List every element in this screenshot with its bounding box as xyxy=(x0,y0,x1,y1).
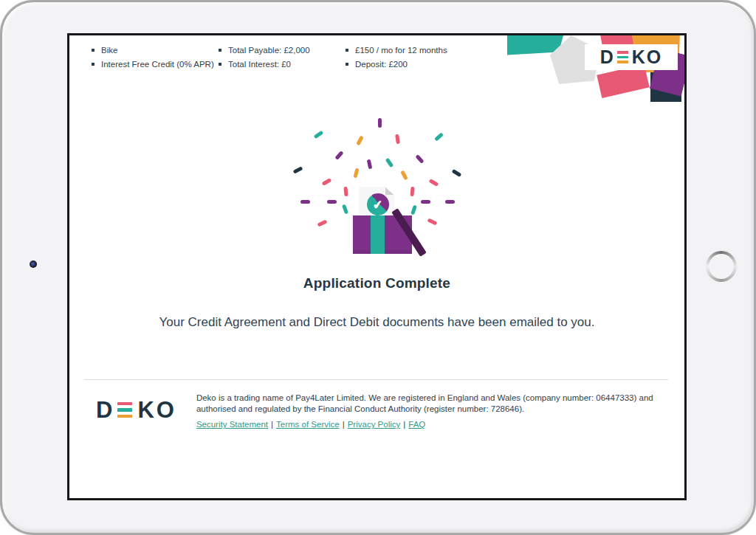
confetti-piece xyxy=(313,131,323,139)
summary-item-label: £150 / mo for 12 months xyxy=(355,46,447,55)
summary-item-label: Deposit: £200 xyxy=(355,60,408,69)
confetti-piece xyxy=(300,200,310,204)
bullet-icon xyxy=(219,63,221,66)
logo-letter-d: D xyxy=(96,398,114,421)
link-faq[interactable]: FAQ xyxy=(408,420,425,429)
summary-item-label: Interest Free Credit (0% APR) xyxy=(101,60,214,69)
summary-column-3: £150 / mo for 12 months Deposit: £200 xyxy=(346,46,447,74)
confetti-piece xyxy=(400,170,408,181)
summary-item: Deposit: £200 xyxy=(346,60,447,69)
link-separator: | xyxy=(271,420,273,429)
summary-column-1: Bike Interest Free Credit (0% APR) xyxy=(92,46,214,74)
link-security-statement[interactable]: Security Statement xyxy=(196,420,268,429)
confetti-piece xyxy=(433,132,443,141)
summary-item-label: Total Payable: £2,000 xyxy=(228,46,310,55)
page-title: Application Complete xyxy=(69,275,684,291)
bullet-icon xyxy=(346,49,348,52)
footer-deko-logo: D KO xyxy=(96,398,176,421)
confetti-piece xyxy=(353,168,359,179)
footer-links: Security Statement|Terms of Service|Priv… xyxy=(196,419,656,430)
summary-item: Total Interest: £0 xyxy=(219,60,310,69)
logo-letters-ko: KO xyxy=(632,48,663,66)
confetti-piece xyxy=(317,219,327,227)
logo-e-bars-icon xyxy=(617,51,628,63)
link-separator: | xyxy=(343,420,345,429)
confetti-piece xyxy=(385,158,394,168)
footer-text: Deko is a trading name of Pay4Later Limi… xyxy=(196,393,656,430)
summary-item: Bike xyxy=(92,46,214,55)
bullet-icon xyxy=(92,49,94,52)
logo-bar-pink xyxy=(617,51,628,54)
confetti-piece xyxy=(321,178,331,186)
footer: D KO Deko is a trading name of Pay4Later… xyxy=(84,379,668,430)
summary-item-label: Total Interest: £0 xyxy=(228,60,291,69)
page-message: Your Credit Agreement and Direct Debit d… xyxy=(69,315,684,330)
screen: Bike Interest Free Credit (0% APR) Total… xyxy=(67,33,687,500)
deko-logo-box: D KO xyxy=(585,44,678,70)
logo-bar-orange xyxy=(617,61,628,63)
confetti-piece xyxy=(428,179,439,187)
gift-ribbon-icon xyxy=(371,215,385,254)
bullet-icon xyxy=(346,63,348,66)
confetti-piece xyxy=(334,151,343,160)
logo-bar-teal xyxy=(117,408,132,412)
confetti-piece xyxy=(451,169,461,177)
bullet-icon xyxy=(219,49,221,52)
gift-illustration: ✔ xyxy=(281,119,473,270)
summary-column-2: Total Payable: £2,000 Total Interest: £0 xyxy=(219,46,310,74)
confetti-piece xyxy=(421,200,430,204)
deko-logo: D KO xyxy=(600,48,663,66)
summary-item: £150 / mo for 12 months xyxy=(346,46,447,55)
bullet-icon xyxy=(92,63,94,66)
logo-e-bars-icon xyxy=(117,402,132,418)
confetti-piece xyxy=(327,200,337,204)
confetti-piece xyxy=(410,187,414,196)
confetti-piece xyxy=(343,187,348,196)
confetti-piece xyxy=(395,134,400,145)
summary-item-label: Bike xyxy=(101,46,117,55)
check-icon: ✔ xyxy=(372,197,383,212)
front-camera-icon xyxy=(30,260,37,268)
logo-letters-ko: KO xyxy=(137,398,176,421)
link-terms-of-service[interactable]: Terms of Service xyxy=(276,420,340,429)
confetti-piece xyxy=(445,200,455,204)
confetti-piece xyxy=(415,154,424,164)
page: Bike Interest Free Credit (0% APR) Total… xyxy=(0,0,756,535)
paper-fold-icon xyxy=(385,187,394,195)
logo-letter-d: D xyxy=(600,48,615,66)
brand-corner-decoration: D KO xyxy=(504,35,684,118)
footer-legal-text: Deko is a trading name of Pay4Later Limi… xyxy=(196,393,656,415)
logo-bar-orange xyxy=(117,415,132,418)
logo-bar-pink xyxy=(117,402,132,406)
confetti-piece xyxy=(356,136,364,146)
confetti-piece xyxy=(292,166,303,174)
link-privacy-policy[interactable]: Privacy Policy xyxy=(348,420,401,429)
check-circle-icon: ✔ xyxy=(367,193,389,215)
summary-item: Total Payable: £2,000 xyxy=(219,46,310,55)
summary-item: Interest Free Credit (0% APR) xyxy=(92,60,214,69)
confetti-piece xyxy=(366,159,372,170)
confetti-piece xyxy=(410,205,417,215)
confetti-piece xyxy=(378,118,382,128)
confetti-piece xyxy=(427,218,437,225)
logo-bar-teal xyxy=(617,56,628,59)
confetti-piece xyxy=(341,204,348,215)
home-button xyxy=(706,251,737,282)
link-separator: | xyxy=(403,420,405,429)
